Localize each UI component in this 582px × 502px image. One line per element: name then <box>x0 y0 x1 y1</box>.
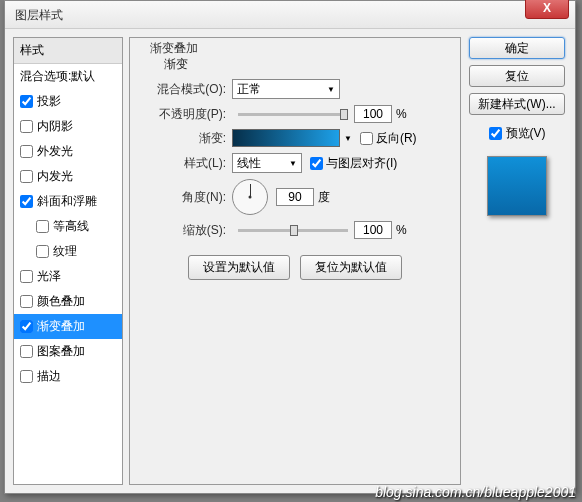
set-default-button[interactable]: 设置为默认值 <box>188 255 290 280</box>
sidebar-item-label: 图案叠加 <box>37 343 85 360</box>
sidebar-checkbox[interactable] <box>20 370 33 383</box>
slider-thumb[interactable] <box>290 225 298 236</box>
sidebar-checkbox[interactable] <box>20 120 33 133</box>
preview-swatch <box>487 156 547 216</box>
styles-sidebar: 样式 混合选项:默认 投影内阴影外发光内发光斜面和浮雕等高线纹理光泽颜色叠加渐变… <box>13 37 123 485</box>
angle-dial[interactable] <box>232 179 268 215</box>
blend-mode-label: 混合模式(O): <box>140 81 232 98</box>
sidebar-header: 样式 <box>14 38 122 64</box>
sidebar-item-label: 颜色叠加 <box>37 293 85 310</box>
sidebar-item-3[interactable]: 内发光 <box>14 164 122 189</box>
scale-slider[interactable] <box>238 229 348 232</box>
angle-label: 角度(N): <box>140 189 232 206</box>
sidebar-checkbox[interactable] <box>20 95 33 108</box>
chevron-down-icon: ▼ <box>327 85 335 94</box>
sidebar-item-9[interactable]: 渐变叠加 <box>14 314 122 339</box>
sidebar-checkbox[interactable] <box>20 345 33 358</box>
slider-thumb[interactable] <box>340 109 348 120</box>
cancel-button[interactable]: 复位 <box>469 65 565 87</box>
sidebar-item-label: 描边 <box>37 368 61 385</box>
opacity-label: 不透明度(P): <box>140 106 232 123</box>
sidebar-item-7[interactable]: 光泽 <box>14 264 122 289</box>
opacity-slider[interactable] <box>238 113 348 116</box>
preview-checkbox[interactable]: 预览(V) <box>489 125 546 142</box>
section-title: 渐变 <box>164 56 450 73</box>
group-label: 渐变叠加 <box>146 40 202 57</box>
sidebar-checkbox[interactable] <box>20 195 33 208</box>
sidebar-checkbox[interactable] <box>20 320 33 333</box>
angle-input[interactable] <box>276 188 314 206</box>
layer-style-dialog: 图层样式 X 样式 混合选项:默认 投影内阴影外发光内发光斜面和浮雕等高线纹理光… <box>4 0 576 494</box>
sidebar-item-label: 等高线 <box>53 218 89 235</box>
sidebar-item-label: 内阴影 <box>37 118 73 135</box>
align-checkbox[interactable]: 与图层对齐(I) <box>310 155 397 172</box>
new-style-button[interactable]: 新建样式(W)... <box>469 93 565 115</box>
reverse-checkbox[interactable]: 反向(R) <box>360 130 417 147</box>
opacity-input[interactable] <box>354 105 392 123</box>
dialog-title: 图层样式 <box>15 8 63 22</box>
sidebar-item-label: 内发光 <box>37 168 73 185</box>
sidebar-item-8[interactable]: 颜色叠加 <box>14 289 122 314</box>
scale-input[interactable] <box>354 221 392 239</box>
close-button[interactable]: X <box>525 0 569 19</box>
chevron-down-icon: ▼ <box>289 159 297 168</box>
right-panel: 确定 复位 新建样式(W)... 预览(V) <box>461 37 567 485</box>
sidebar-item-4[interactable]: 斜面和浮雕 <box>14 189 122 214</box>
sidebar-item-label: 光泽 <box>37 268 61 285</box>
sidebar-item-label: 外发光 <box>37 143 73 160</box>
sidebar-checkbox[interactable] <box>20 270 33 283</box>
sidebar-checkbox[interactable] <box>36 245 49 258</box>
sidebar-item-label: 斜面和浮雕 <box>37 193 97 210</box>
chevron-down-icon[interactable]: ▼ <box>344 134 352 143</box>
ok-button[interactable]: 确定 <box>469 37 565 59</box>
sidebar-checkbox[interactable] <box>20 170 33 183</box>
options-panel: 渐变叠加 渐变 混合模式(O): 正常 ▼ 不透明度(P): % 渐变: ▼ 反… <box>129 37 461 485</box>
sidebar-item-5[interactable]: 等高线 <box>14 214 122 239</box>
sidebar-item-label: 投影 <box>37 93 61 110</box>
gradient-swatch[interactable] <box>232 129 340 147</box>
sidebar-item-0[interactable]: 投影 <box>14 89 122 114</box>
sidebar-item-10[interactable]: 图案叠加 <box>14 339 122 364</box>
sidebar-checkbox[interactable] <box>36 220 49 233</box>
style-select[interactable]: 线性 ▼ <box>232 153 302 173</box>
sidebar-checkbox[interactable] <box>20 295 33 308</box>
scale-label: 缩放(S): <box>140 222 232 239</box>
reset-default-button[interactable]: 复位为默认值 <box>300 255 402 280</box>
sidebar-blend-options[interactable]: 混合选项:默认 <box>14 64 122 89</box>
close-icon: X <box>543 1 551 15</box>
sidebar-item-2[interactable]: 外发光 <box>14 139 122 164</box>
sidebar-item-label: 渐变叠加 <box>37 318 85 335</box>
watermark: blog.sina.com.cn/blueapple2001 <box>375 484 576 500</box>
sidebar-item-11[interactable]: 描边 <box>14 364 122 389</box>
sidebar-item-1[interactable]: 内阴影 <box>14 114 122 139</box>
style-label: 样式(L): <box>140 155 232 172</box>
titlebar: 图层样式 X <box>5 1 575 29</box>
blend-mode-select[interactable]: 正常 ▼ <box>232 79 340 99</box>
gradient-label: 渐变: <box>140 130 232 147</box>
sidebar-item-label: 纹理 <box>53 243 77 260</box>
sidebar-checkbox[interactable] <box>20 145 33 158</box>
sidebar-item-6[interactable]: 纹理 <box>14 239 122 264</box>
